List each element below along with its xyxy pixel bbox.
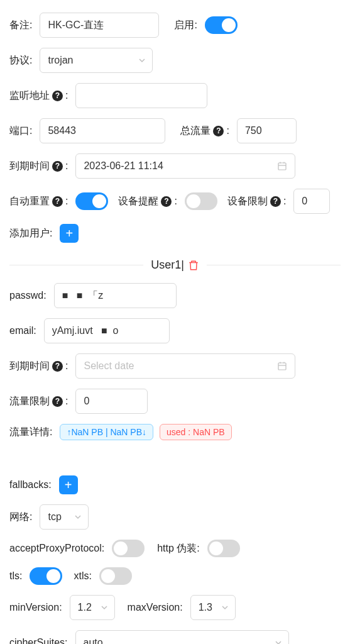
- traffic-updown-tag: ↑NaN PB | NaN PB↓: [60, 424, 153, 440]
- help-icon[interactable]: ?: [52, 361, 63, 372]
- svg-rect-0: [278, 163, 286, 170]
- help-icon[interactable]: ?: [52, 91, 63, 101]
- user-divider: User1|: [9, 258, 341, 272]
- protocol-select[interactable]: trojan: [40, 48, 153, 73]
- passwd-input[interactable]: [54, 283, 177, 308]
- email-input[interactable]: [44, 318, 170, 343]
- email-label: email:: [9, 325, 40, 336]
- traffic-detail-label: 流量详情:: [9, 426, 56, 439]
- remark-label: 备注:: [9, 19, 36, 32]
- device-limit-input[interactable]: [293, 189, 330, 214]
- help-icon[interactable]: ?: [161, 196, 172, 207]
- auto-reset-label: 自动重置?:: [9, 195, 72, 208]
- add-fallback-button[interactable]: +: [59, 475, 78, 494]
- http-masq-switch[interactable]: [207, 540, 240, 557]
- cipher-suites-label: cipherSuites:: [9, 637, 72, 644]
- max-version-select[interactable]: 1.3: [190, 595, 236, 620]
- passwd-label: passwd:: [9, 290, 50, 301]
- max-version-label: maxVersion:: [128, 602, 187, 613]
- min-version-label: minVersion:: [9, 602, 66, 613]
- enable-switch[interactable]: [205, 16, 238, 34]
- total-traffic-input[interactable]: [237, 118, 297, 143]
- help-icon[interactable]: ?: [270, 196, 281, 207]
- network-label: 网络:: [9, 511, 36, 524]
- user-expire-date-input[interactable]: Select date: [75, 353, 295, 379]
- listen-input[interactable]: [75, 83, 207, 108]
- help-icon[interactable]: ?: [52, 396, 63, 407]
- user-title: User1|: [151, 258, 184, 272]
- tls-switch[interactable]: [30, 567, 62, 585]
- add-user-label: 添加用户:: [9, 227, 56, 240]
- chevron-down-icon: [138, 57, 146, 64]
- device-notify-switch[interactable]: [185, 192, 217, 210]
- total-traffic-label: 总流量?:: [180, 125, 232, 138]
- device-limit-label: 设备限制?:: [227, 195, 290, 208]
- chevron-down-icon: [74, 513, 82, 521]
- chevron-down-icon: [101, 604, 108, 611]
- svg-rect-4: [278, 363, 286, 370]
- cipher-suites-select[interactable]: auto: [75, 630, 289, 644]
- chevron-down-icon: [275, 639, 282, 644]
- remark-input[interactable]: [40, 13, 159, 38]
- expire-label: 到期时间?:: [9, 160, 72, 173]
- listen-label: 监听地址?:: [9, 89, 72, 103]
- help-icon[interactable]: ?: [213, 126, 224, 136]
- help-icon[interactable]: ?: [52, 161, 63, 172]
- port-label: 端口:: [9, 125, 36, 138]
- add-user-button[interactable]: +: [60, 224, 79, 243]
- tls-label: tls:: [9, 570, 26, 582]
- fallbacks-label: fallbacks:: [9, 479, 55, 491]
- traffic-limit-input[interactable]: [75, 389, 148, 414]
- min-version-select[interactable]: 1.2: [70, 595, 115, 620]
- calendar-icon: [277, 361, 287, 371]
- accept-proxy-label: acceptProxyProtocol:: [9, 543, 108, 554]
- traffic-limit-label: 流量限制?:: [9, 395, 72, 408]
- protocol-label: 协议:: [9, 54, 36, 67]
- user-expire-label: 到期时间?:: [9, 360, 72, 373]
- http-masq-label: http 伪装:: [157, 542, 204, 555]
- calendar-icon: [277, 161, 287, 171]
- enable-label: 启用:: [174, 19, 200, 32]
- xtls-switch[interactable]: [99, 567, 132, 585]
- device-notify-label: 设备提醒?:: [118, 195, 180, 208]
- expire-date-input[interactable]: 2023-06-21 11:14: [75, 153, 295, 179]
- accept-proxy-switch[interactable]: [112, 540, 145, 557]
- traffic-used-tag: used : NaN PB: [160, 424, 232, 440]
- chevron-down-icon: [221, 604, 229, 611]
- delete-user-button[interactable]: [188, 260, 199, 271]
- network-select[interactable]: tcp: [40, 504, 89, 530]
- port-input[interactable]: [40, 118, 165, 143]
- auto-reset-switch[interactable]: [75, 192, 108, 210]
- xtls-label: xtls:: [74, 570, 95, 582]
- help-icon[interactable]: ?: [52, 196, 63, 207]
